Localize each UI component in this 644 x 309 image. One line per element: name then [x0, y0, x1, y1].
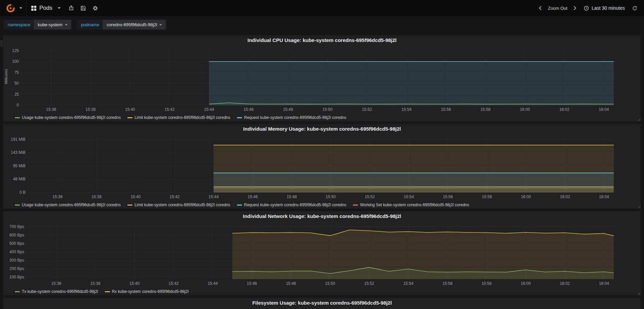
legend-label: Usage kube-system coredns-695f96dcd5-98j… — [22, 115, 121, 120]
svg-text:15:52: 15:52 — [362, 107, 372, 112]
legend-item[interactable]: Limit kube-system coredns-695f96dcd5-98j… — [127, 115, 230, 120]
save-button[interactable] — [77, 0, 89, 16]
time-range-picker[interactable]: Last 30 minutes — [580, 5, 629, 11]
time-shift-forward-button[interactable] — [570, 0, 580, 16]
svg-text:15:36: 15:36 — [51, 281, 61, 286]
svg-text:100 Bps: 100 Bps — [9, 275, 24, 279]
legend-label: Limit kube-system coredns-695f96dcd5-98j… — [134, 115, 230, 120]
panel-drag-handle-icon[interactable] — [0, 40, 3, 46]
legend-item[interactable]: Request kube-system coredns-695f96dcd5-9… — [237, 203, 346, 207]
svg-text:0 B: 0 B — [19, 190, 26, 195]
dashboard-title: Pods — [39, 5, 52, 11]
legend-label: Request kube-system coredns-695f96dcd5-9… — [244, 115, 346, 120]
panel-cpu-usage: Individual CPU Usage: kube-system coredn… — [3, 35, 641, 121]
namespace-select[interactable]: kube-system — [34, 20, 71, 30]
svg-text:16:02: 16:02 — [559, 107, 569, 112]
chart-legend: Tx kube-system coredns-695f96dcd5-98j2lR… — [3, 286, 641, 295]
svg-text:95 MiB: 95 MiB — [13, 164, 26, 168]
zoom-out-button[interactable]: Zoom Out — [545, 6, 570, 11]
svg-text:15:56: 15:56 — [442, 281, 452, 286]
series-color-icon — [237, 205, 242, 206]
panel-title[interactable]: Filesystem Usage: kube-system coredns-69… — [3, 298, 641, 308]
svg-text:16:00: 16:00 — [521, 281, 531, 286]
svg-text:15:40: 15:40 — [129, 281, 139, 286]
time-range-label: Last 30 minutes — [592, 5, 625, 11]
variable-value: kube-system — [38, 22, 63, 27]
svg-text:15:42: 15:42 — [168, 281, 178, 286]
svg-text:15:46: 15:46 — [247, 281, 257, 286]
dashboard-panels: Individual CPU Usage: kube-system coredn… — [0, 33, 644, 309]
svg-text:15:36: 15:36 — [52, 194, 63, 199]
settings-button[interactable] — [89, 0, 102, 16]
save-icon — [81, 6, 86, 11]
legend-item[interactable]: Rx kube-system coredns-695f96dcd5-98j2l — [105, 289, 189, 294]
series-color-icon — [105, 291, 110, 292]
svg-text:16:00: 16:00 — [520, 107, 530, 112]
svg-text:400 Bps: 400 Bps — [9, 250, 24, 254]
svg-text:16:04: 16:04 — [599, 281, 609, 286]
dashboard-picker[interactable]: Pods — [26, 0, 65, 16]
refresh-icon — [632, 6, 637, 11]
legend-label: Tx kube-system coredns-695f96dcd5-98j2l — [22, 289, 98, 294]
chart-legend: Usage kube-system coredns-695f96dcd5-98j… — [3, 200, 641, 209]
legend-label: Usage kube-system coredns-695f96dcd5-98j… — [22, 203, 121, 207]
svg-text:15:48: 15:48 — [287, 194, 297, 199]
chevron-right-icon — [573, 6, 576, 10]
legend-item[interactable]: Usage kube-system coredns-695f96dcd5-98j… — [15, 203, 121, 207]
variable-label: namespace — [4, 20, 34, 30]
memory-usage-chart[interactable]: 0 B48 MiB95 MiB143 MiB191 MiB15:3615:381… — [3, 134, 641, 200]
svg-text:15:48: 15:48 — [283, 107, 293, 112]
legend-item[interactable]: Limit kube-system coredns-695f96dcd5-98j… — [127, 203, 230, 207]
legend-label: Limit kube-system coredns-695f96dcd5-98j… — [134, 203, 230, 207]
svg-text:15:42: 15:42 — [169, 194, 179, 199]
refresh-button[interactable] — [629, 0, 641, 16]
svg-text:300 Bps: 300 Bps — [9, 258, 24, 263]
svg-text:600 Bps: 600 Bps — [9, 233, 24, 237]
svg-text:191 MiB: 191 MiB — [11, 137, 26, 142]
svg-text:15:40: 15:40 — [125, 107, 135, 112]
legend-label: Working Set kube-system coredns-695f96dc… — [360, 203, 469, 207]
variable-namespace: namespace kube-system — [4, 20, 71, 30]
legend-item[interactable]: Usage kube-system coredns-695f96dcd5-98j… — [15, 115, 121, 120]
clock-icon — [584, 6, 589, 11]
svg-text:15:54: 15:54 — [401, 107, 411, 112]
panel-title[interactable]: Individual Memory Usage: kube-system cor… — [3, 124, 641, 134]
grafana-menu-button[interactable] — [3, 0, 25, 16]
svg-text:16:04: 16:04 — [599, 107, 609, 112]
svg-text:15:58: 15:58 — [482, 194, 492, 199]
svg-text:125: 125 — [12, 48, 19, 53]
svg-text:15:40: 15:40 — [130, 194, 140, 199]
svg-text:15:50: 15:50 — [325, 281, 335, 286]
svg-text:15:44: 15:44 — [204, 107, 214, 112]
submenu-variables: namespace kube-system podname coredns-69… — [0, 16, 644, 33]
svg-text:16:02: 16:02 — [560, 281, 570, 286]
svg-text:25: 25 — [14, 92, 19, 97]
navbar-right-controls: Zoom Out Last 30 minutes — [535, 0, 641, 16]
svg-text:15:56: 15:56 — [441, 107, 451, 112]
share-button[interactable] — [65, 0, 77, 16]
svg-text:16:04: 16:04 — [599, 194, 609, 199]
cpu-usage-chart[interactable]: 025507510012515:3615:3815:4015:4215:4415… — [3, 45, 641, 113]
panel-title[interactable]: Individual CPU Usage: kube-system coredn… — [3, 35, 641, 45]
svg-text:15:38: 15:38 — [91, 194, 102, 199]
svg-text:48 MiB: 48 MiB — [13, 177, 26, 181]
legend-item[interactable]: Working Set kube-system coredns-695f96dc… — [353, 203, 469, 207]
panel-title[interactable]: Individual Network Usage: kube-system co… — [3, 211, 641, 221]
series-color-icon — [237, 117, 242, 118]
series-color-icon — [15, 117, 20, 118]
chevron-down-icon — [19, 7, 22, 9]
series-color-icon — [127, 117, 132, 118]
network-usage-chart[interactable]: 100 Bps200 Bps300 Bps400 Bps500 Bps600 B… — [3, 221, 641, 286]
podname-select[interactable]: coredns-695f96dcd5-98j2l — [103, 20, 166, 30]
chart-legend: Usage kube-system coredns-695f96dcd5-98j… — [3, 113, 641, 121]
svg-text:15:46: 15:46 — [248, 194, 258, 199]
time-shift-back-button[interactable] — [535, 0, 545, 16]
svg-text:50: 50 — [14, 81, 19, 86]
svg-text:15:42: 15:42 — [164, 107, 174, 112]
svg-text:15:38: 15:38 — [86, 107, 96, 112]
svg-text:15:50: 15:50 — [322, 107, 332, 112]
legend-item[interactable]: Tx kube-system coredns-695f96dcd5-98j2l — [15, 289, 98, 294]
legend-item[interactable]: Request kube-system coredns-695f96dcd5-9… — [237, 115, 346, 120]
svg-text:15:52: 15:52 — [364, 281, 374, 286]
gear-icon — [92, 5, 98, 11]
